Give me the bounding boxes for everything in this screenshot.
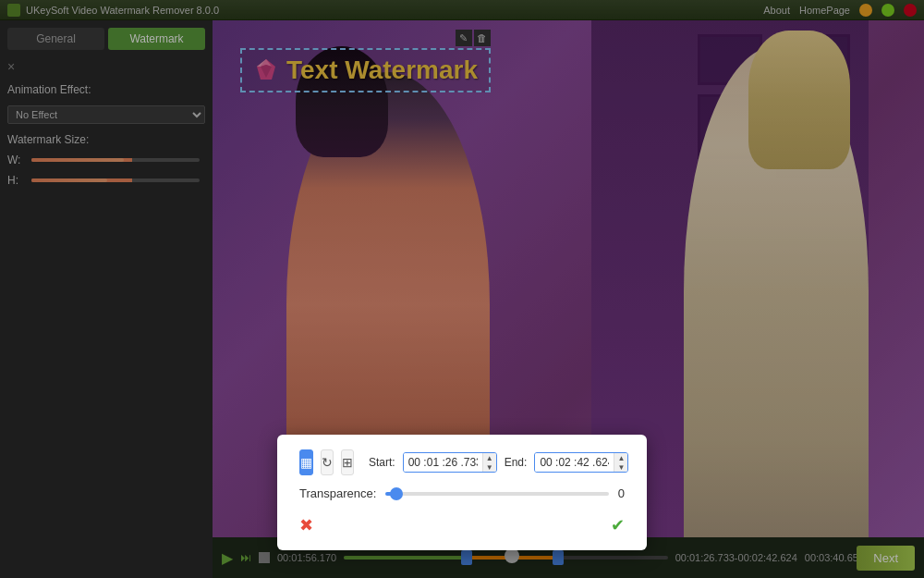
start-time-input[interactable] xyxy=(404,453,482,472)
end-time-down[interactable]: ▼ xyxy=(614,462,627,472)
start-time-spin: ▲ ▼ xyxy=(482,453,496,472)
transparency-thumb[interactable] xyxy=(390,487,403,500)
end-label: End: xyxy=(505,456,528,469)
start-time-input-group: ▲ ▼ xyxy=(403,452,497,473)
end-time-input[interactable] xyxy=(535,453,614,472)
refresh-tool-btn[interactable]: ↻ xyxy=(321,449,334,475)
popup-confirm-button[interactable]: ✔ xyxy=(611,515,625,535)
main-container: General Watermark × Animation Effect: No… xyxy=(0,20,924,578)
grid-icon: ⊞ xyxy=(342,455,353,470)
refresh-icon: ↻ xyxy=(322,455,333,470)
popup-toolbar: ▦ ↻ ⊞ Start: ▲ ▼ xyxy=(299,449,625,475)
transparency-label: Transparence: xyxy=(299,486,376,500)
popup-footer: ✖ ✔ xyxy=(299,515,625,535)
grid-tool-btn[interactable]: ⊞ xyxy=(341,449,354,475)
transparency-slider[interactable] xyxy=(385,492,608,496)
content-area: ✎ 🗑 Text Watermark xyxy=(213,20,924,578)
transparency-value: 0 xyxy=(618,486,625,500)
popup-overlay: ▦ ↻ ⊞ Start: ▲ ▼ xyxy=(0,0,924,578)
start-label: Start: xyxy=(369,456,395,469)
start-time-down[interactable]: ▼ xyxy=(483,462,496,472)
popup-cancel-button[interactable]: ✖ xyxy=(299,515,313,535)
popup-box: ▦ ↻ ⊞ Start: ▲ ▼ xyxy=(277,435,647,550)
filter-icon: ▦ xyxy=(300,455,312,470)
time-inputs: Start: ▲ ▼ End: ▲ xyxy=(369,452,628,473)
start-time-up[interactable]: ▲ xyxy=(483,453,496,462)
transparency-row: Transparence: 0 xyxy=(299,486,625,500)
filter-tool-btn[interactable]: ▦ xyxy=(299,449,313,475)
end-time-spin: ▲ ▼ xyxy=(614,453,627,472)
end-time-input-group: ▲ ▼ xyxy=(534,452,628,473)
end-time-up[interactable]: ▲ xyxy=(614,453,627,462)
